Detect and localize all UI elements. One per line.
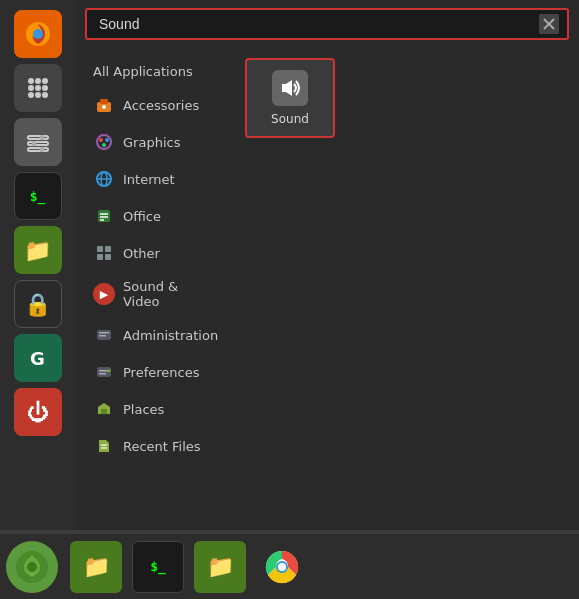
other-icon <box>93 242 115 264</box>
svg-rect-34 <box>105 246 111 252</box>
sound-app-label: Sound <box>271 112 309 126</box>
graphics-icon <box>93 131 115 153</box>
category-office-label: Office <box>123 209 161 224</box>
svg-point-52 <box>278 563 286 571</box>
taskbar-icon-lock[interactable]: 🔒 <box>14 280 62 328</box>
app-sound[interactable]: Sound <box>245 58 335 138</box>
svg-point-4 <box>42 78 48 84</box>
svg-marker-47 <box>282 80 292 96</box>
internet-icon <box>93 168 115 190</box>
category-graphics[interactable]: Graphics <box>79 124 231 160</box>
svg-point-6 <box>35 85 41 91</box>
taskbar-bottom-files2[interactable]: 📁 <box>194 541 246 593</box>
accessories-icon <box>93 94 115 116</box>
svg-point-8 <box>28 92 34 98</box>
sound-video-icon: ▶ <box>93 283 115 305</box>
preferences-icon <box>93 361 115 383</box>
svg-point-24 <box>105 138 109 142</box>
taskbar-bottom-files[interactable]: 📁 <box>70 541 122 593</box>
office-icon <box>93 205 115 227</box>
category-accessories[interactable]: Accessories <box>79 87 231 123</box>
svg-rect-38 <box>99 332 109 334</box>
administration-icon <box>93 324 115 346</box>
svg-rect-42 <box>99 373 106 375</box>
category-list: All Applications Accessories <box>75 48 235 530</box>
svg-point-16 <box>39 147 44 152</box>
svg-point-49 <box>27 562 37 572</box>
svg-rect-33 <box>97 246 103 252</box>
apps-area: Sound <box>235 48 579 530</box>
svg-point-3 <box>35 78 41 84</box>
svg-rect-11 <box>28 136 48 139</box>
taskbar-icon-grammarly[interactable]: G <box>14 334 62 382</box>
search-bar <box>85 8 569 40</box>
taskbar-bottom-terminal[interactable]: $_ <box>132 541 184 593</box>
category-recent-files[interactable]: Recent Files <box>79 428 231 464</box>
svg-point-23 <box>99 138 103 142</box>
svg-point-2 <box>28 78 34 84</box>
category-sound-video-label: Sound & Video <box>123 279 217 309</box>
svg-point-43 <box>108 369 111 372</box>
taskbar-bottom-mint[interactable] <box>6 541 58 593</box>
svg-point-7 <box>42 85 48 91</box>
category-internet-label: Internet <box>123 172 175 187</box>
taskbar-icon-firefox[interactable] <box>14 10 62 58</box>
category-sound-video[interactable]: ▶ Sound & Video <box>79 272 231 316</box>
category-all-applications[interactable]: All Applications <box>79 57 231 86</box>
search-input[interactable] <box>95 14 539 34</box>
category-recent-files-label: Recent Files <box>123 439 201 454</box>
category-accessories-label: Accessories <box>123 98 199 113</box>
svg-point-14 <box>39 135 44 140</box>
taskbar-left: $_ 📁 🔒 G ⏻ <box>0 0 75 530</box>
svg-rect-44 <box>101 409 107 414</box>
category-internet[interactable]: Internet <box>79 161 231 197</box>
category-preferences[interactable]: Preferences <box>79 354 231 390</box>
svg-point-5 <box>28 85 34 91</box>
svg-point-9 <box>35 92 41 98</box>
svg-point-21 <box>102 105 106 109</box>
category-other[interactable]: Other <box>79 235 231 271</box>
content-area: All Applications Accessories <box>75 48 579 530</box>
search-clear-button[interactable] <box>539 14 559 34</box>
category-places-label: Places <box>123 402 164 417</box>
category-office[interactable]: Office <box>79 198 231 234</box>
category-all-label: All Applications <box>93 64 193 79</box>
menu-panel: All Applications Accessories <box>75 0 579 530</box>
svg-point-1 <box>33 29 43 39</box>
svg-rect-12 <box>28 142 48 145</box>
svg-rect-39 <box>99 335 106 337</box>
taskbar-icon-apps[interactable] <box>14 64 62 112</box>
category-other-label: Other <box>123 246 160 261</box>
taskbar-bottom-chrome[interactable] <box>256 541 308 593</box>
category-places[interactable]: Places <box>79 391 231 427</box>
svg-rect-35 <box>97 254 103 260</box>
svg-point-15 <box>31 141 36 146</box>
category-administration-label: Administration <box>123 328 218 343</box>
taskbar-bottom: 📁 $_ 📁 <box>0 534 579 599</box>
svg-rect-20 <box>100 99 108 104</box>
recent-files-icon <box>93 435 115 457</box>
sound-app-icon <box>272 70 308 106</box>
places-icon <box>93 398 115 420</box>
category-administration[interactable]: Administration <box>79 317 231 353</box>
category-preferences-label: Preferences <box>123 365 199 380</box>
svg-rect-13 <box>28 148 48 151</box>
taskbar-icon-shutdown[interactable]: ⏻ <box>14 388 62 436</box>
taskbar-icon-tweaks[interactable] <box>14 118 62 166</box>
taskbar-icon-terminal[interactable]: $_ <box>14 172 62 220</box>
category-graphics-label: Graphics <box>123 135 180 150</box>
svg-point-10 <box>42 92 48 98</box>
svg-rect-36 <box>105 254 111 260</box>
taskbar-icon-files[interactable]: 📁 <box>14 226 62 274</box>
svg-point-25 <box>102 143 106 147</box>
